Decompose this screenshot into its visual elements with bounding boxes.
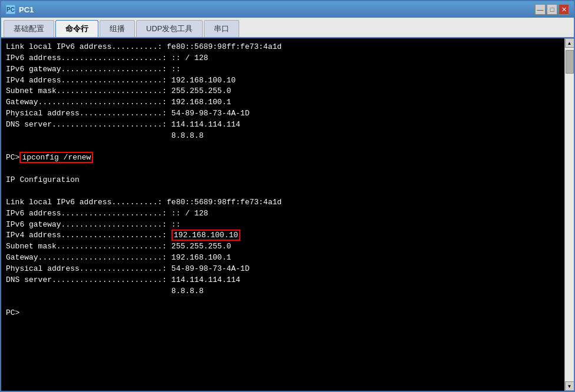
command-highlight: ipconfig /renew (19, 152, 93, 163)
ip-config-header: IP Configuration (6, 175, 560, 186)
tab-serial[interactable]: 串口 (204, 20, 239, 37)
terminal-line: Subnet mask.......................: 255.… (6, 241, 560, 253)
scroll-down-button[interactable]: ▼ (565, 381, 574, 391)
scroll-up-button[interactable]: ▲ (565, 38, 574, 48)
terminal-line: IPv6 address......................: :: /… (6, 208, 560, 220)
main-window: PC PC1 — □ ✕ 基础配置 命令行 组播 UDP发包工具 串口 (0, 0, 575, 392)
content-area: Link local IPv6 address..........: fe80:… (1, 38, 574, 391)
tab-basic-config[interactable]: 基础配置 (4, 20, 54, 37)
command-prompt-line: PC>ipconfig /renew (6, 152, 560, 164)
tab-bar: 基础配置 命令行 组播 UDP发包工具 串口 (1, 18, 574, 38)
terminal[interactable]: Link local IPv6 address..........: fe80:… (1, 38, 564, 391)
title-bar-buttons: — □ ✕ (535, 4, 569, 15)
gateway-line: Gateway...........................: 192.… (6, 97, 560, 108)
physical-line2: Physical address..................: 54-8… (6, 264, 560, 275)
title-bar-left: PC PC1 (6, 5, 34, 14)
window-title: PC1 (19, 5, 34, 14)
scrollbar[interactable]: ▲ ▼ (564, 38, 574, 391)
maximize-button[interactable]: □ (547, 4, 557, 15)
terminal-line: Link local IPv6 address..........: fe80:… (6, 42, 560, 53)
terminal-line: IPv4 address......................: 192.… (6, 75, 560, 87)
terminal-line: IPv6 gateway......................: :: (6, 64, 560, 75)
terminal-line: Link local IPv6 address..........: fe80:… (6, 197, 560, 208)
ipv4-line: IPv4 address......................: 192.… (6, 230, 560, 241)
terminal-line: DNS server........................: 114.… (6, 275, 560, 286)
gateway-line2: Gateway...........................: 192.… (6, 253, 560, 264)
close-button[interactable]: ✕ (559, 4, 569, 15)
ipv4-value-highlight: 192.168.100.10 (171, 230, 240, 241)
window-icon: PC (6, 5, 15, 14)
tab-multicast[interactable]: 组播 (100, 20, 135, 37)
terminal-line: DNS server........................: 114.… (6, 119, 560, 131)
scroll-track (565, 48, 574, 381)
terminal-line: Subnet mask.......................: 255.… (6, 86, 560, 97)
terminal-line: IPv6 gateway......................: :: (6, 220, 560, 231)
title-bar: PC PC1 — □ ✕ (1, 1, 574, 18)
terminal-line: 8.8.8.8 (6, 286, 560, 297)
physical-line: Physical address..................: 54-8… (6, 108, 560, 119)
terminal-line: 8.8.8.8 (6, 131, 560, 142)
scroll-thumb[interactable] (566, 50, 574, 74)
tab-udp-tool[interactable]: UDP发包工具 (136, 20, 203, 37)
terminal-line: IPv6 address......................: :: /… (6, 53, 560, 64)
minimize-button[interactable]: — (535, 4, 546, 15)
tab-command-line[interactable]: 命令行 (55, 20, 98, 37)
final-prompt: PC> (6, 308, 560, 319)
